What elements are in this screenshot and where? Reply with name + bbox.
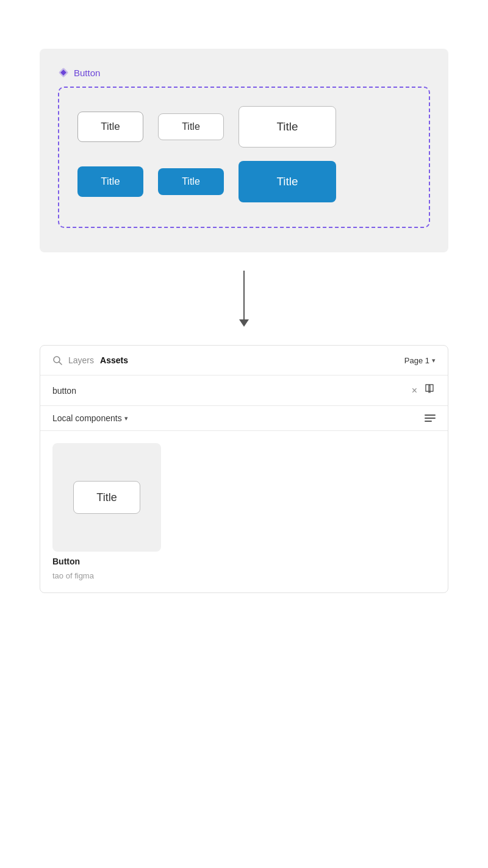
svg-line-3	[59, 362, 62, 365]
list-view-icon[interactable]	[425, 414, 436, 422]
card-title: Button	[52, 557, 161, 566]
panel-header: Layers Assets Page 1 ▾	[40, 346, 448, 375]
book-icon[interactable]	[423, 383, 436, 398]
component-label-text: Button	[74, 68, 100, 78]
search-bar: ×	[40, 375, 448, 406]
component-label: Button	[58, 67, 430, 78]
dashed-container: Title Title Title Title Title Title	[58, 87, 430, 228]
tab-assets[interactable]: Assets	[100, 354, 128, 366]
diamond-icon	[58, 67, 69, 78]
card-preview: Title	[52, 443, 161, 552]
page-selector[interactable]: Page 1 ▾	[404, 356, 436, 365]
panel-section: Layers Assets Page 1 ▾ × Local component…	[40, 345, 448, 593]
canvas-section: Button Title Title Title Title	[40, 49, 448, 252]
chevron-down-icon: ▾	[432, 357, 436, 365]
buttons-grid: Title Title Title Title Title Title	[77, 106, 411, 202]
search-icon[interactable]	[52, 355, 62, 365]
component-cards: Title Button tao of figma	[40, 431, 448, 592]
local-components-row: Local components ▾	[40, 406, 448, 431]
buttons-row-filled: Title Title Title	[77, 161, 411, 202]
button-filled-medium[interactable]: Title	[158, 168, 224, 195]
arrow-head	[239, 319, 249, 327]
arrow-line	[243, 271, 245, 319]
button-outline-medium[interactable]: Title	[158, 113, 224, 140]
component-card-button[interactable]: Title Button tao of figma	[52, 443, 161, 580]
button-filled-large[interactable]: Title	[239, 161, 336, 202]
button-filled-small[interactable]: Title	[77, 166, 143, 197]
buttons-row-outlined: Title Title Title	[77, 106, 411, 148]
tab-layers[interactable]: Layers	[68, 354, 94, 366]
button-outline-small[interactable]: Title	[77, 112, 143, 142]
card-preview-button: Title	[73, 481, 140, 514]
search-input[interactable]	[52, 386, 406, 396]
button-outline-large[interactable]: Title	[239, 106, 336, 148]
clear-icon[interactable]: ×	[412, 385, 417, 396]
card-subtitle: tao of figma	[52, 571, 161, 580]
arrow-section	[239, 271, 249, 327]
local-components-label[interactable]: Local components ▾	[52, 413, 128, 423]
chevron-down-small-icon: ▾	[124, 414, 128, 422]
